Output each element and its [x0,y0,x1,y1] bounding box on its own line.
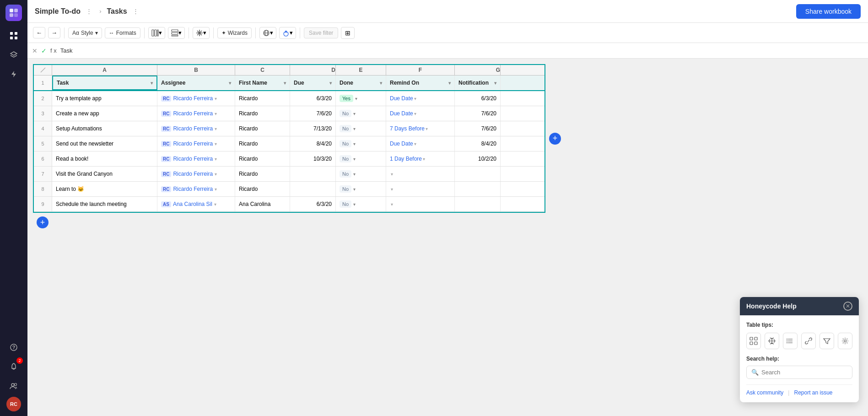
firstname-header-dropdown[interactable]: ▾ [284,81,286,86]
column-settings-button[interactable]: ▾ [148,27,165,39]
globe-button[interactable]: ▾ [259,27,276,39]
cell-task[interactable]: Learn to 🐱 [52,182,157,196]
sidebar-item-team[interactable] [5,378,22,394]
header-cell-done[interactable]: Done ▾ [336,76,386,90]
cell-firstname[interactable]: Ana Carolina [235,197,290,211]
header-cell-assignee[interactable]: Assignee ▾ [157,76,235,90]
cell-remindon[interactable]: ▾ [386,197,455,211]
cell-due[interactable]: 10/3/20 [290,151,336,166]
cell-done[interactable]: No▾ [336,182,386,196]
assignee-link[interactable]: Ricardo Ferreira [173,171,213,177]
cell-remindon[interactable]: ▾ [386,182,455,196]
cell-remindon[interactable]: Due Date▾ [386,91,455,106]
cell-done[interactable]: No▾ [336,136,386,151]
cell-due[interactable]: 8/4/20 [290,136,336,151]
cell-firstname[interactable]: Ricardo [235,106,290,121]
cell-done[interactable]: No▾ [336,106,386,121]
sheet-menu-dots[interactable]: ⋮ [131,7,140,16]
cell-assignee[interactable]: RC Ricardo Ferreira ▾ [157,136,235,151]
cell-firstname[interactable]: Ricardo [235,121,290,136]
cell-assignee[interactable]: RC Ricardo Ferreira ▾ [157,91,235,106]
share-workbook-button[interactable]: Share workbook [796,4,861,19]
undo-button[interactable]: ← [33,27,45,38]
cell-firstname[interactable]: Ricardo [235,167,290,181]
help-close-button[interactable]: ✕ [843,302,852,311]
app-logo[interactable] [5,5,22,21]
redo-button[interactable]: → [48,27,60,38]
formats-button[interactable]: ↔ Formats [105,27,140,38]
header-cell-task[interactable]: Task ▾ [52,76,157,90]
cell-due[interactable] [290,167,336,181]
remind-on-link[interactable]: Due Date [390,110,413,117]
help-icon-list[interactable] [783,333,798,349]
cell-done[interactable]: No▾ [336,121,386,136]
wizards-button[interactable]: ✦ Wizards [217,27,252,38]
cell-task[interactable]: Try a template app [52,91,157,106]
sidebar-item-help[interactable]: ? [5,339,22,356]
cell-task[interactable]: Read a book! [52,151,157,166]
help-icon-settings[interactable] [838,333,852,349]
assignee-link[interactable]: Ricardo Ferreira [173,95,213,102]
notification-header-dropdown[interactable]: ▾ [494,81,496,86]
add-column-button[interactable]: + [549,133,561,145]
assignee-link[interactable]: Ricardo Ferreira [173,186,213,192]
cell-remindon[interactable]: 1 Day Before▾ [386,151,455,166]
help-icon-move[interactable] [765,333,779,349]
cell-remindon[interactable]: Due Date▾ [386,136,455,151]
style-button[interactable]: Aα Style ▾ [68,27,102,38]
assignee-link[interactable]: Ricardo Ferreira [173,140,213,147]
cell-done[interactable]: No▾ [336,167,386,181]
remind-on-link[interactable]: Due Date [390,95,413,102]
cell-notification[interactable]: 8/4/20 [455,136,501,151]
help-icon-grid[interactable] [746,333,761,349]
help-icon-filter[interactable] [819,333,834,349]
cell-notification[interactable] [455,197,501,211]
cell-notification[interactable] [455,182,501,196]
cell-firstname[interactable]: Ricardo [235,182,290,196]
formula-confirm-button[interactable]: ✓ [41,47,47,54]
remind-on-link[interactable]: 1 Day Before [390,156,422,162]
add-row-button[interactable]: + [37,216,49,228]
remind-on-link[interactable]: 7 Days Before [390,125,425,132]
help-icon-link[interactable] [801,333,816,349]
header-cell-firstname[interactable]: First Name ▾ [235,76,290,90]
cell-task[interactable]: Setup Automations [52,121,157,136]
cell-assignee[interactable]: AS Ana Carolina Sil ▾ [157,197,235,211]
water-button[interactable]: ▾ [279,27,296,39]
cell-task[interactable]: Send out the newsletter [52,136,157,151]
cell-due[interactable] [290,182,336,196]
assignee-link[interactable]: Ana Carolina Sil [173,201,212,207]
cell-firstname[interactable]: Ricardo [235,151,290,166]
header-cell-due[interactable]: Due ▾ [290,76,336,90]
sidebar-item-layers[interactable] [5,47,22,63]
notification-bell[interactable]: 2 [5,358,22,375]
cell-assignee[interactable]: RC Ricardo Ferreira ▾ [157,106,235,121]
cell-done[interactable]: No▾ [336,197,386,211]
assignee-header-dropdown[interactable]: ▾ [229,81,231,86]
cell-remindon[interactable]: 7 Days Before▾ [386,121,455,136]
cell-task[interactable]: Visit the Grand Canyon [52,167,157,181]
user-avatar[interactable]: RC [6,397,21,411]
cell-notification[interactable]: 7/6/20 [455,106,501,121]
ask-community-link[interactable]: Ask community [746,389,783,396]
cell-task[interactable]: Create a new app [52,106,157,121]
remind-on-link[interactable]: Due Date [390,140,413,147]
sidebar-item-grid[interactable] [5,27,22,44]
cell-due[interactable]: 7/13/20 [290,121,336,136]
cell-remindon[interactable]: Due Date▾ [386,106,455,121]
cell-firstname[interactable]: Ricardo [235,136,290,151]
snowflake-button[interactable]: ▾ [193,27,210,39]
assignee-link[interactable]: Ricardo Ferreira [173,156,213,162]
cell-assignee[interactable]: RC Ricardo Ferreira ▾ [157,151,235,166]
cell-notification[interactable]: 10/2/20 [455,151,501,166]
assignee-link[interactable]: Ricardo Ferreira [173,110,213,117]
grid-view-button[interactable]: ⊞ [341,27,355,39]
cell-notification[interactable]: 6/3/20 [455,91,501,106]
due-header-dropdown[interactable]: ▾ [329,81,332,86]
cell-due[interactable]: 6/3/20 [290,197,336,211]
cell-task[interactable]: Schedule the launch meeting [52,197,157,211]
formula-bar-input[interactable] [60,47,863,54]
cell-due[interactable]: 6/3/20 [290,91,336,106]
cell-notification[interactable]: 7/6/20 [455,121,501,136]
help-search-input[interactable] [761,369,847,376]
